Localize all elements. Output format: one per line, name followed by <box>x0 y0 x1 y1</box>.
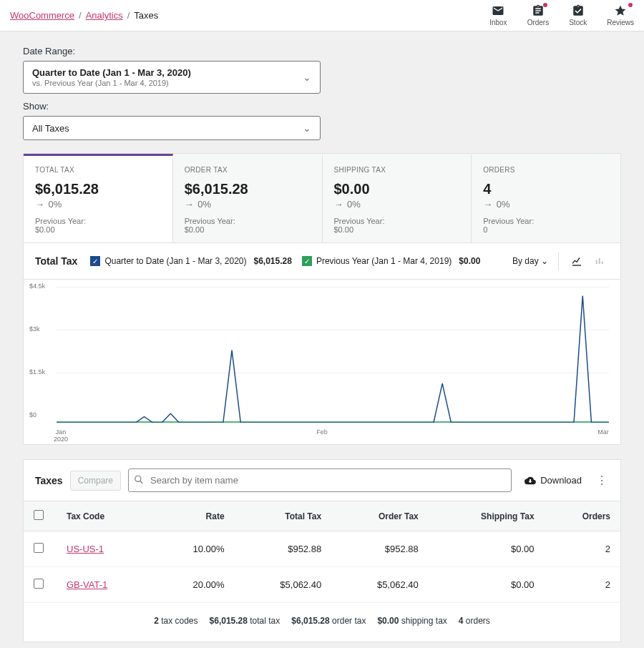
arrow-right-icon: → <box>483 199 492 210</box>
show-label: Show: <box>23 101 621 112</box>
x-tick: Feb <box>316 428 328 436</box>
legend-previous-label: Previous Year (Jan 1 - Mar 4, 2019) <box>316 256 452 266</box>
breadcrumb-woocommerce[interactable]: WooCommerce <box>10 10 74 21</box>
tax-code-link[interactable]: US-US-1 <box>67 544 104 554</box>
breadcrumb-analytics[interactable]: Analytics <box>86 10 123 21</box>
select-all-checkbox[interactable] <box>34 510 44 520</box>
star-icon <box>614 4 627 17</box>
card-value: $6,015.28 <box>185 181 311 197</box>
svg-point-4 <box>135 476 141 481</box>
x-tick-year: 2020 <box>54 436 68 443</box>
footer-codes-t: tax codes <box>161 616 197 626</box>
search-input[interactable] <box>128 468 512 492</box>
card-prev-label: Previous Year: <box>334 217 460 225</box>
search-icon <box>134 474 144 486</box>
table-footer: 2 tax codes $6,015.28 total tax $6,015.2… <box>24 603 620 642</box>
legend-previous[interactable]: ✓ Previous Year (Jan 1 - Mar 4, 2019) $0… <box>302 256 480 266</box>
col-order-tax[interactable]: Order Tax <box>331 501 429 531</box>
col-total-tax[interactable]: Total Tax <box>235 501 332 531</box>
y-tick: $0 <box>29 411 36 418</box>
cell-shipping: $0.00 <box>429 567 545 603</box>
card-value: 4 <box>483 181 609 197</box>
tax-table: Tax Code Rate Total Tax Order Tax Shippi… <box>24 501 620 603</box>
x-tick: Jan <box>56 428 67 436</box>
stock-button[interactable]: Stock <box>569 4 587 26</box>
cell-rate: 10.00% <box>153 531 235 567</box>
chevron-down-icon: ⌄ <box>541 256 548 266</box>
col-orders[interactable]: Orders <box>545 501 620 531</box>
footer-order-n: $6,015.28 <box>291 616 329 626</box>
card-prev-value: $0.00 <box>35 225 161 234</box>
cell-total: $952.88 <box>235 531 332 567</box>
table-title: Taxes <box>35 475 63 486</box>
footer-ship-t: shipping tax <box>401 616 447 626</box>
inbox-button[interactable]: Inbox <box>489 4 507 26</box>
breadcrumb-sep: / <box>79 10 82 21</box>
chart-title: Total Tax <box>35 255 77 267</box>
chevron-down-icon: ⌄ <box>303 72 311 83</box>
cell-orders: 2 <box>545 567 620 603</box>
card-label: SHIPPING TAX <box>334 166 460 174</box>
arrow-right-icon: → <box>185 199 194 210</box>
card-delta: → 0% <box>483 199 609 210</box>
footer-orders-t: orders <box>466 616 490 626</box>
summary-card-shipping-tax[interactable]: SHIPPING TAX$0.00→ 0%Previous Year:$0.00 <box>323 154 472 242</box>
svg-rect-1 <box>599 258 600 264</box>
chart-body: $4.5k $3k $1.5k $0 Jan 2020 Feb Mar <box>24 280 620 444</box>
legend-current[interactable]: ✓ Quarter to Date (Jan 1 - Mar 3, 2020) … <box>90 256 291 266</box>
cloud-download-icon <box>525 475 536 486</box>
compare-button[interactable]: Compare <box>70 471 121 491</box>
reviews-button[interactable]: Reviews <box>607 4 634 26</box>
card-delta: → 0% <box>35 199 161 210</box>
download-button[interactable]: Download <box>519 471 587 491</box>
date-range-sub: vs. Previous Year (Jan 1 - Mar 4, 2019) <box>32 79 191 87</box>
breadcrumb: WooCommerce / Analytics / Taxes <box>10 10 158 21</box>
bar-chart-icon <box>594 255 605 267</box>
date-range-main: Quarter to Date (Jan 1 - Mar 3, 2020) <box>32 67 191 78</box>
card-label: ORDERS <box>483 166 609 174</box>
date-range-select[interactable]: Quarter to Date (Jan 1 - Mar 3, 2020) vs… <box>23 61 321 94</box>
summary-card-total-tax[interactable]: TOTAL TAX$6,015.28→ 0%Previous Year:$0.0… <box>24 154 173 242</box>
summary-card-order-tax[interactable]: ORDER TAX$6,015.28→ 0%Previous Year:$0.0… <box>173 154 323 242</box>
line-chart-button[interactable] <box>567 252 586 270</box>
y-tick: $3k <box>29 325 40 333</box>
card-prev-value: $0.00 <box>185 225 311 234</box>
row-checkbox[interactable] <box>34 543 44 553</box>
card-delta: → 0% <box>185 199 311 210</box>
more-menu-button[interactable]: ⋮ <box>595 473 609 487</box>
checkbox-checked-icon: ✓ <box>302 256 312 266</box>
reviews-label: Reviews <box>607 19 634 26</box>
table-row: GB-VAT-120.00%$5,062.40$5,062.40$0.002 <box>24 567 620 603</box>
topbar: WooCommerce / Analytics / Taxes Inbox Or… <box>0 0 644 31</box>
summary-cards: TOTAL TAX$6,015.28→ 0%Previous Year:$0.0… <box>23 153 621 243</box>
inbox-label: Inbox <box>489 19 507 26</box>
footer-order-t: order tax <box>332 616 366 626</box>
breadcrumb-current: Taxes <box>134 10 158 21</box>
clipboard-icon <box>532 4 545 17</box>
arrow-right-icon: → <box>334 199 343 210</box>
interval-select[interactable]: By day ⌄ <box>512 256 548 266</box>
card-value: $0.00 <box>334 181 460 197</box>
cell-total: $5,062.40 <box>235 567 332 603</box>
col-rate[interactable]: Rate <box>153 501 235 531</box>
x-tick: Mar <box>597 428 609 436</box>
show-select[interactable]: All Taxes ⌄ <box>23 116 321 140</box>
row-checkbox[interactable] <box>34 579 44 589</box>
card-prev-label: Previous Year: <box>185 217 311 225</box>
bar-chart-button[interactable] <box>590 252 609 270</box>
tax-code-link[interactable]: GB-VAT-1 <box>67 579 107 590</box>
orders-button[interactable]: Orders <box>527 4 550 26</box>
summary-card-orders[interactable]: ORDERS4→ 0%Previous Year:0 <box>472 154 620 242</box>
notification-dot-icon <box>543 3 547 7</box>
footer-total-n: $6,015.28 <box>210 616 248 626</box>
cell-order: $5,062.40 <box>331 567 429 603</box>
card-prev-label: Previous Year: <box>483 217 609 225</box>
legend-current-value: $6,015.28 <box>253 256 291 266</box>
cell-order: $952.88 <box>331 531 429 567</box>
y-tick: $4.5k <box>29 283 45 290</box>
col-shipping-tax[interactable]: Shipping Tax <box>429 501 545 531</box>
col-tax-code[interactable]: Tax Code <box>57 501 153 531</box>
chart-svg <box>57 287 609 423</box>
date-range-label: Date Range: <box>23 46 621 57</box>
chevron-down-icon: ⌄ <box>303 122 311 134</box>
